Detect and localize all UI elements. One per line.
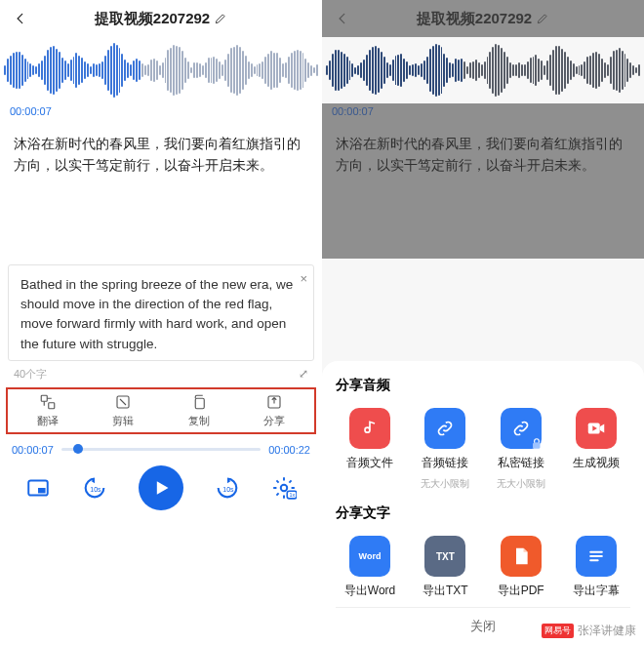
- svg-point-9: [281, 485, 288, 492]
- back-button[interactable]: [6, 0, 35, 37]
- svg-rect-3: [195, 398, 204, 409]
- share-audio-file[interactable]: 音频文件: [336, 408, 404, 491]
- waveform[interactable]: [0, 37, 322, 103]
- generate-video-icon: [576, 408, 617, 449]
- svg-text:10s: 10s: [90, 485, 101, 492]
- svg-rect-6: [38, 488, 46, 493]
- page-title-dimmed: 提取视频2207292: [417, 10, 532, 28]
- action-bar-highlight: 翻译 剪辑 复制 分享: [6, 387, 316, 434]
- watermark-brand: 网易号: [542, 624, 574, 638]
- trim-button[interactable]: 剪辑: [86, 393, 162, 428]
- settings-button[interactable]: 1x: [271, 475, 297, 501]
- picture-in-picture-button[interactable]: [25, 475, 51, 501]
- export-subtitle[interactable]: 导出字幕: [562, 536, 630, 599]
- translation-english[interactable]: Bathed in the spring breeze of the new e…: [20, 275, 302, 354]
- share-audio-link[interactable]: 音频链接 无大小限制: [411, 408, 479, 491]
- close-translation-icon[interactable]: ×: [300, 269, 307, 289]
- forward-10s-button[interactable]: 10s: [214, 474, 241, 502]
- translate-button[interactable]: 翻译: [10, 393, 86, 428]
- export-txt[interactable]: TXT 导出TXT: [411, 536, 479, 599]
- translate-icon: [39, 393, 57, 411]
- pdf-icon: [501, 536, 542, 577]
- translation-box: × Bathed in the spring breeze of the new…: [8, 264, 314, 361]
- expand-icon[interactable]: ⤢: [299, 367, 308, 381]
- trim-icon: [114, 393, 132, 411]
- audio-file-icon: [349, 408, 390, 449]
- svg-rect-1: [49, 403, 55, 409]
- share-audio-title: 分享音频: [336, 377, 630, 394]
- playback-total-time: 00:00:22: [268, 444, 310, 456]
- waveform-timestamp: 00:00:07: [0, 103, 322, 123]
- watermark: 网易号 张泽讲健康: [542, 623, 636, 639]
- copy-icon: [190, 393, 208, 411]
- txt-icon: TXT: [424, 536, 465, 577]
- transcript-chinese[interactable]: 沐浴在新时代的春风里，我们要向着红旗指引的方向，以实干笃定前行，以奋斗开启未来。: [0, 123, 322, 186]
- share-private-link[interactable]: 私密链接 无大小限制: [487, 408, 555, 491]
- playback-current-time: 00:00:07: [12, 444, 54, 456]
- export-word[interactable]: Word 导出Word: [336, 536, 404, 599]
- waveform-dimmed: [322, 37, 644, 103]
- play-button[interactable]: [139, 465, 183, 510]
- transcript-chinese-dimmed: 沐浴在新时代的春风里，我们要向着红旗指引的方向，以实干笃定前行，以奋斗开启未来。: [322, 123, 644, 186]
- edit-title-icon-dimmed: [536, 12, 549, 25]
- audio-link-icon: [424, 408, 465, 449]
- playback-slider[interactable]: [61, 448, 261, 451]
- slider-knob[interactable]: [73, 444, 83, 454]
- share-sheet: 分享音频 音频文件 音频链接 无大小限制: [322, 361, 644, 645]
- export-pdf[interactable]: 导出PDF: [487, 536, 555, 599]
- watermark-author: 张泽讲健康: [578, 623, 636, 639]
- copy-button[interactable]: 复制: [161, 393, 237, 428]
- svg-rect-13: [533, 443, 540, 449]
- header: 提取视频2207292: [0, 0, 322, 37]
- word-count: 40个字: [14, 367, 47, 382]
- header-dimmed: 提取视频2207292: [322, 0, 644, 37]
- word-icon: Word: [349, 536, 390, 577]
- waveform-timestamp-dimmed: 00:00:07: [322, 103, 644, 123]
- share-icon: [265, 393, 283, 411]
- share-generate-video[interactable]: 生成视频: [562, 408, 630, 491]
- share-button[interactable]: 分享: [237, 393, 313, 428]
- rewind-10s-button[interactable]: 10s: [81, 474, 108, 502]
- svg-rect-0: [41, 395, 47, 401]
- svg-text:10s: 10s: [222, 485, 234, 492]
- page-title: 提取视频2207292: [95, 10, 210, 28]
- private-link-icon: [501, 408, 542, 449]
- svg-text:1x: 1x: [290, 491, 296, 497]
- back-button-dimmed: [328, 0, 357, 37]
- edit-title-icon[interactable]: [214, 12, 227, 25]
- share-text-title: 分享文字: [336, 504, 630, 522]
- subtitle-icon: [576, 536, 617, 577]
